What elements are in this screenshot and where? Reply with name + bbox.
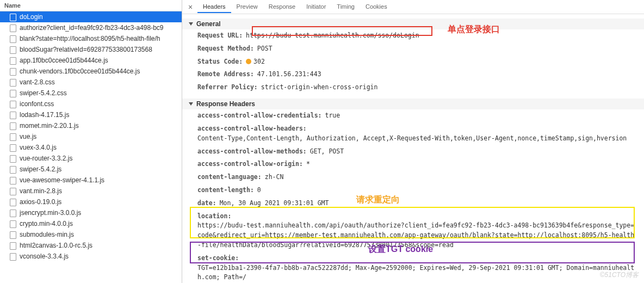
- remote-address-key: Remote Address:: [197, 70, 254, 79]
- file-label: vuex-3.4.0.js: [20, 144, 57, 151]
- file-item[interactable]: chunk-vendors.1f0bc0ccee01d5b444ce.js: [0, 66, 182, 77]
- section-response-headers-title[interactable]: Response Headers: [182, 99, 644, 109]
- tab-cookies[interactable]: Cookies: [360, 1, 393, 13]
- file-item[interactable]: jsencrypt.min-3.0.0.js: [0, 207, 182, 218]
- request-url-key: Request URL:: [197, 31, 243, 41]
- file-icon: [10, 133, 16, 140]
- file-icon: [10, 198, 16, 206]
- file-icon: [10, 67, 16, 75]
- file-icon: [10, 111, 16, 119]
- file-icon: [10, 89, 16, 97]
- file-icon: [10, 78, 16, 86]
- tab-initiator[interactable]: Initiator: [301, 1, 331, 13]
- file-item[interactable]: axios-0.19.0.js: [0, 196, 182, 207]
- file-label: vue.js: [20, 133, 36, 140]
- header-key: date:: [197, 199, 216, 208]
- status-code-value: 302: [246, 57, 265, 67]
- file-item[interactable]: authorize?client_id=fea9fc92-fb23-4dc3-a…: [0, 22, 182, 33]
- file-item[interactable]: html2canvas-1.0.0-rc.5.js: [0, 240, 182, 251]
- tab-headers[interactable]: Headers: [197, 1, 231, 13]
- request-url-value: https://budu-test.manniuhealth.com/sso/d…: [246, 31, 419, 41]
- file-item[interactable]: app.1f0bc0ccee01d5b444ce.js: [0, 55, 182, 66]
- header-value: Content-Type,Content-Length, Authorizati…: [197, 134, 627, 144]
- file-label: lodash-4.17.15.js: [20, 111, 69, 119]
- file-icon: [10, 155, 16, 162]
- file-label: html2canvas-1.0.0-rc.5.js: [20, 242, 92, 249]
- file-item[interactable]: swiper-5.4.2.css: [0, 88, 182, 99]
- header-value: GET, POST: [310, 147, 344, 157]
- file-item[interactable]: vconsole-3.3.4.js: [0, 251, 182, 262]
- file-label: vant-2.8.css: [20, 78, 55, 86]
- response-header-row: access-control-allow-origin:*: [182, 158, 644, 171]
- header-key: access-control-allow-methods:: [197, 147, 307, 157]
- header-value: Mon, 30 Aug 2021 09:31:01 GMT: [220, 199, 329, 208]
- watermark: ©51CTO博客: [600, 270, 639, 280]
- file-item[interactable]: vue.js: [0, 131, 182, 142]
- file-label: submodules-min.js: [20, 231, 74, 238]
- file-item[interactable]: vue-awesome-swiper-4.1.1.js: [0, 175, 182, 186]
- section-general-title[interactable]: General: [182, 19, 644, 29]
- file-label: swiper-5.4.2.js: [20, 165, 61, 173]
- file-icon: [10, 122, 16, 130]
- chevron-down-icon: [189, 22, 193, 26]
- chevron-down-icon: [189, 102, 193, 106]
- response-header-row: set-cookie:TGT=e12b1ba1-2390-4fa7-bb8b-a…: [182, 252, 644, 283]
- file-label: app.1f0bc0ccee01d5b444ce.js: [20, 57, 108, 64]
- file-item[interactable]: vue-router-3.3.2.js: [0, 153, 182, 164]
- tab-preview[interactable]: Preview: [231, 1, 263, 13]
- header-key: content-length:: [197, 186, 254, 195]
- request-url-row: Request URL: https://budu-test.manniuhea…: [182, 29, 644, 42]
- file-item[interactable]: vuex-3.4.0.js: [0, 142, 182, 153]
- general-label: General: [196, 20, 221, 28]
- referrer-policy-row: Referrer Policy: strict-origin-when-cros…: [182, 81, 644, 94]
- file-item[interactable]: bloodSugar?relativeId=692877533800173568: [0, 44, 182, 55]
- status-code-row: Status Code: 302: [182, 56, 644, 69]
- file-list: doLoginauthorize?client_id=fea9fc92-fb23…: [0, 11, 182, 262]
- remote-address-row: Remote Address: 47.101.56.231:443: [182, 68, 644, 81]
- panel-body[interactable]: General Request URL: https://budu-test.m…: [182, 14, 644, 283]
- file-label: vue-awesome-swiper-4.1.1.js: [20, 176, 104, 184]
- status-code-key: Status Code:: [197, 57, 243, 67]
- header-key: access-control-allow-headers:: [197, 124, 307, 134]
- sidebar-header: Name: [0, 0, 182, 11]
- file-item[interactable]: momet.min-2.20.1.js: [0, 120, 182, 131]
- header-value: https://budu-test.manniuhealth.com/api/o…: [197, 221, 637, 250]
- file-item[interactable]: vant-2.8.css: [0, 77, 182, 88]
- tab-timing[interactable]: Timing: [331, 1, 360, 13]
- file-label: blank?state=http://localhost:8095/h5-hea…: [20, 35, 160, 42]
- file-label: doLogin: [20, 13, 43, 21]
- details-panel: × HeadersPreviewResponseInitiatorTimingC…: [182, 0, 644, 283]
- file-item[interactable]: doLogin: [0, 11, 182, 22]
- file-item[interactable]: crypto.min-4.0.0.js: [0, 218, 182, 229]
- file-item[interactable]: vant.min-2.8.js: [0, 186, 182, 196]
- file-label: momet.min-2.20.1.js: [20, 122, 79, 130]
- header-key: access-control-allow-credentials:: [197, 111, 321, 121]
- close-icon[interactable]: ×: [187, 3, 194, 11]
- file-icon: [10, 176, 16, 184]
- header-value: zh-CN: [265, 173, 284, 182]
- file-icon: [10, 187, 16, 195]
- file-item[interactable]: lodash-4.17.15.js: [0, 109, 182, 120]
- response-header-row: access-control-allow-headers:Content-Typ…: [182, 122, 644, 145]
- remote-address-value: 47.101.56.231:443: [257, 70, 321, 79]
- file-item[interactable]: blank?state=http://localhost:8095/h5-hea…: [0, 33, 182, 44]
- referrer-policy-value: strict-origin-when-cross-origin: [261, 83, 378, 93]
- file-item[interactable]: iconfont.css: [0, 99, 182, 109]
- file-icon: [10, 220, 16, 227]
- response-header-row: location:https://budu-test.manniuhealth.…: [182, 210, 644, 252]
- file-icon: [10, 24, 16, 32]
- file-label: swiper-5.4.2.css: [20, 89, 67, 97]
- header-key: content-language:: [197, 173, 262, 182]
- file-label: vconsole-3.3.4.js: [20, 253, 69, 260]
- request-method-key: Request Method:: [197, 44, 254, 54]
- network-file-sidebar[interactable]: Name doLoginauthorize?client_id=fea9fc92…: [0, 0, 182, 283]
- tab-response[interactable]: Response: [263, 1, 301, 13]
- file-icon: [10, 209, 16, 217]
- file-icon: [10, 100, 16, 108]
- file-item[interactable]: submodules-min.js: [0, 229, 182, 240]
- request-method-row: Request Method: POST: [182, 42, 644, 56]
- file-item[interactable]: swiper-5.4.2.js: [0, 164, 182, 175]
- file-label: bloodSugar?relativeId=692877533800173568: [20, 46, 152, 53]
- header-key: access-control-allow-origin:: [197, 159, 303, 169]
- response-header-row: access-control-allow-methods:GET, POST: [182, 145, 644, 158]
